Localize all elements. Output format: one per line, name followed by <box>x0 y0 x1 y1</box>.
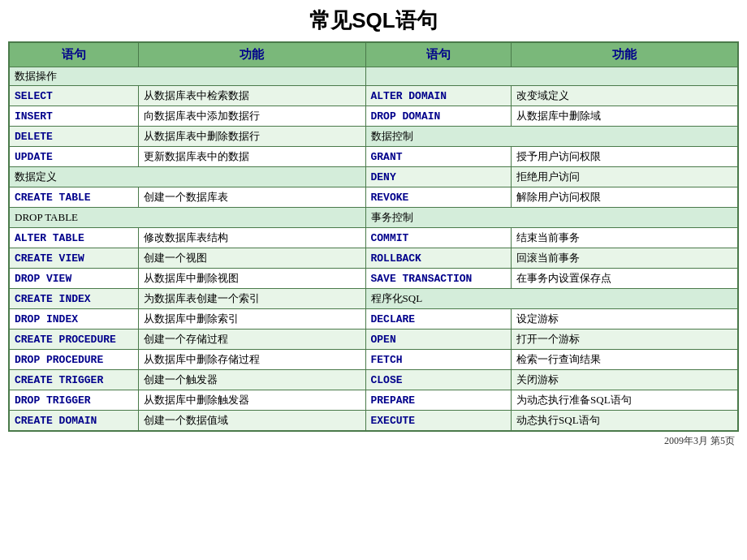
sql-keyword-cell: CREATE TRIGGER <box>9 370 139 390</box>
sql-keyword-cell: SAVE TRANSACTION <box>365 269 512 289</box>
func-cell: 更新数据库表中的数据 <box>139 147 365 167</box>
table-row: 数据定义DENY拒绝用户访问 <box>9 167 738 187</box>
sql-keyword-cell: CREATE DOMAIN <box>9 411 139 432</box>
table-row: CREATE VIEW创建一个视图ROLLBACK回滚当前事务 <box>9 248 738 269</box>
func-cell: 修改数据库表结构 <box>139 228 365 248</box>
sql-keyword-cell: CREATE PROCEDURE <box>9 330 139 350</box>
section-label-right: 事务控制 <box>365 208 738 228</box>
sql-keyword-cell: OPEN <box>365 330 512 350</box>
table-row: CREATE PROCEDURE创建一个存储过程OPEN打开一个游标 <box>9 330 738 350</box>
table-row: CREATE TABLE创建一个数据库表REVOKE解除用户访问权限 <box>9 187 738 208</box>
table-row: CREATE DOMAIN创建一个数据值域EXECUTE动态执行SQL语句 <box>9 411 738 432</box>
func-cell: 从数据库中删除索引 <box>139 309 365 330</box>
sql-keyword-cell: CLOSE <box>365 370 512 390</box>
sql-keyword-cell: UPDATE <box>9 147 139 167</box>
sql-keyword-cell: ALTER TABLE <box>9 228 139 248</box>
func-cell: 从数据库表中删除数据行 <box>139 127 365 147</box>
sql-keyword-cell: CREATE INDEX <box>9 289 139 309</box>
func-cell: 解除用户访问权限 <box>512 187 738 208</box>
sql-table: 语句 功能 语句 功能 数据操作SELECT从数据库表中检索数据ALTER DO… <box>8 41 739 432</box>
header-func2: 功能 <box>512 42 738 67</box>
table-row: DELETE从数据库表中删除数据行数据控制 <box>9 127 738 147</box>
table-row: DROP INDEX从数据库中删除索引DECLARE设定游标 <box>9 309 738 330</box>
sql-keyword-cell: DROP TRIGGER <box>9 390 139 411</box>
sql-keyword-cell: CREATE TABLE <box>9 187 139 208</box>
func-cell: 从数据库中删除域 <box>512 106 738 127</box>
page-title: 常见SQL语句 <box>8 6 739 35</box>
func-cell: 创建一个数据库表 <box>139 187 365 208</box>
sql-keyword-cell: DELETE <box>9 127 139 147</box>
sql-keyword-cell: DROP INDEX <box>9 309 139 330</box>
header-stmt1: 语句 <box>9 42 139 67</box>
sql-keyword-cell: EXECUTE <box>365 411 512 432</box>
func-cell: 创建一个视图 <box>139 248 365 269</box>
table-row: DROP PROCEDURE从数据库中删除存储过程FETCH检索一行查询结果 <box>9 350 738 370</box>
func-cell: 改变域定义 <box>512 86 738 106</box>
table-row: SELECT从数据库表中检索数据ALTER DOMAIN改变域定义 <box>9 86 738 106</box>
func-cell: 从数据库中删除存储过程 <box>139 350 365 370</box>
section-label-right: 程序化SQL <box>365 289 738 309</box>
sql-keyword-cell: DROP TABLE <box>9 208 365 228</box>
func-cell: 创建一个触发器 <box>139 370 365 390</box>
table-row: UPDATE更新数据库表中的数据GRANT授予用户访问权限 <box>9 147 738 167</box>
func-cell: 设定游标 <box>512 309 738 330</box>
sql-keyword-cell: DROP PROCEDURE <box>9 350 139 370</box>
table-row: 数据操作 <box>9 67 738 86</box>
sql-keyword-cell: DROP DOMAIN <box>365 106 512 127</box>
section-label: 数据操作 <box>9 67 365 86</box>
header-stmt2: 语句 <box>365 42 512 67</box>
func-cell: 回滚当前事务 <box>512 248 738 269</box>
section-label-right <box>365 67 738 86</box>
func-cell: 为动态执行准备SQL语句 <box>512 390 738 411</box>
sql-keyword-cell: REVOKE <box>365 187 512 208</box>
sql-keyword-cell: COMMIT <box>365 228 512 248</box>
sql-keyword-cell: SELECT <box>9 86 139 106</box>
table-header-row: 语句 功能 语句 功能 <box>9 42 738 67</box>
func-cell: 动态执行SQL语句 <box>512 411 738 432</box>
table-row: CREATE INDEX为数据库表创建一个索引程序化SQL <box>9 289 738 309</box>
func-cell: 创建一个存储过程 <box>139 330 365 350</box>
func-cell: 从数据库表中检索数据 <box>139 86 365 106</box>
sql-keyword-cell: INSERT <box>9 106 139 127</box>
func-cell: 创建一个数据值域 <box>139 411 365 432</box>
table-row: ALTER TABLE修改数据库表结构COMMIT结束当前事务 <box>9 228 738 248</box>
page-container: 常见SQL语句 语句 功能 语句 功能 数据操作SELECT从数据库表中检索数据… <box>0 0 747 451</box>
func-cell: 结束当前事务 <box>512 228 738 248</box>
table-row: INSERT向数据库表中添加数据行DROP DOMAIN从数据库中删除域 <box>9 106 738 127</box>
section-label-right: 数据控制 <box>365 127 738 147</box>
sql-keyword-cell: DECLARE <box>365 309 512 330</box>
func-cell: 打开一个游标 <box>512 330 738 350</box>
sql-keyword-cell: DENY <box>365 167 512 187</box>
func-cell: 拒绝用户访问 <box>512 167 738 187</box>
table-row: DROP VIEW从数据库中删除视图SAVE TRANSACTION在事务内设置… <box>9 269 738 289</box>
sql-keyword-cell: FETCH <box>365 350 512 370</box>
func-cell: 授予用户访问权限 <box>512 147 738 167</box>
func-cell: 关闭游标 <box>512 370 738 390</box>
sql-keyword-cell: GRANT <box>365 147 512 167</box>
func-cell: 从数据库中删除视图 <box>139 269 365 289</box>
sql-keyword-cell: DROP VIEW <box>9 269 139 289</box>
func-cell: 为数据库表创建一个索引 <box>139 289 365 309</box>
func-cell: 向数据库表中添加数据行 <box>139 106 365 127</box>
sql-keyword-cell: CREATE VIEW <box>9 248 139 269</box>
func-cell: 在事务内设置保存点 <box>512 269 738 289</box>
table-row: DROP TABLE事务控制 <box>9 208 738 228</box>
sql-keyword-cell: ROLLBACK <box>365 248 512 269</box>
func-cell: 从数据库中删除触发器 <box>139 390 365 411</box>
header-func1: 功能 <box>139 42 365 67</box>
table-row: DROP TRIGGER从数据库中删除触发器PREPARE为动态执行准备SQL语… <box>9 390 738 411</box>
footer-text: 2009年3月 第5页 <box>8 434 739 448</box>
sql-keyword-cell: 数据定义 <box>9 167 365 187</box>
table-row: CREATE TRIGGER创建一个触发器CLOSE关闭游标 <box>9 370 738 390</box>
sql-keyword-cell: ALTER DOMAIN <box>365 86 512 106</box>
func-cell: 检索一行查询结果 <box>512 350 738 370</box>
sql-keyword-cell: PREPARE <box>365 390 512 411</box>
